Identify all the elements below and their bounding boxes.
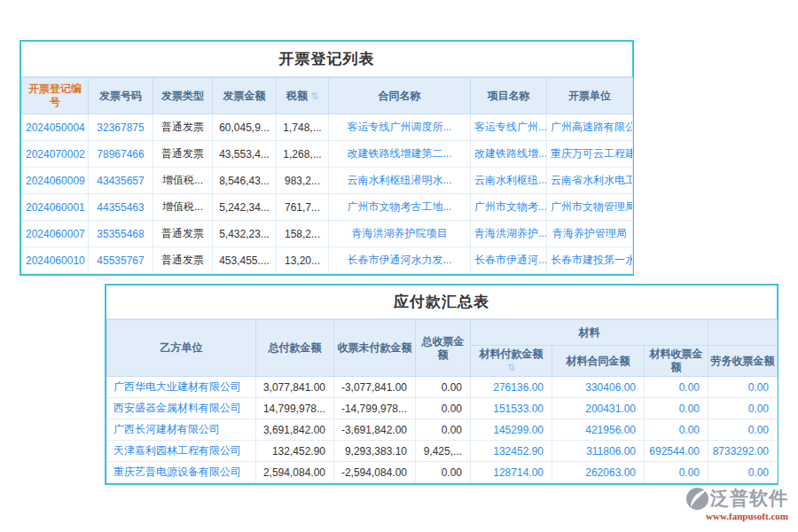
header-label: 乙方单位 xyxy=(160,341,203,354)
table-cell[interactable]: 青海洪湖养护... xyxy=(471,221,547,247)
table-cell[interactable]: 2024060007 xyxy=(22,221,89,247)
table-cell[interactable]: 311806.00 xyxy=(552,441,645,462)
table-cell[interactable]: 长春市伊通河... xyxy=(471,247,547,274)
table-row[interactable]: 202405000432367875普通发票60,045,9...1,748,.… xyxy=(22,114,633,141)
table-row[interactable]: 西安盛器金属材料有限公司14,799,978...-14,799,978...0… xyxy=(107,398,778,419)
table-cell[interactable]: 0.00 xyxy=(708,419,778,441)
table-cell[interactable]: 2024050004 xyxy=(22,114,89,141)
table-cell[interactable]: 改建铁路线增建第二... xyxy=(329,141,471,168)
header-tax-amount[interactable]: 税额⇅ xyxy=(277,78,329,114)
table-cell[interactable]: 广西华电大业建材有限公司 xyxy=(107,377,256,398)
table-row[interactable]: 202406000735355468普通发票5,432,23...158,2..… xyxy=(22,221,633,247)
table-cell[interactable]: 2024060009 xyxy=(22,168,89,194)
table-cell[interactable]: 0.00 xyxy=(645,398,708,419)
table-row[interactable]: 202406000943435657增值税...8,546,43...983,2… xyxy=(22,168,633,194)
table-cell: 761,7... xyxy=(277,194,329,221)
table-cell[interactable]: 长春市建投第一水利... xyxy=(547,247,633,274)
header-label: 项目名称 xyxy=(488,90,530,102)
table-cell[interactable]: 青海养护管理局 xyxy=(547,221,633,247)
table-cell[interactable]: 78967466 xyxy=(89,141,153,168)
table-cell[interactable]: 青海洪湖养护院项目 xyxy=(329,221,471,247)
table-cell[interactable]: 330406.00 xyxy=(552,377,645,398)
table-cell: 132,452.90 xyxy=(256,441,334,462)
payable-table-title: 应付款汇总表 xyxy=(106,286,777,319)
table-cell[interactable]: 0.00 xyxy=(645,419,708,441)
table-cell[interactable]: 广州市文物管理局 xyxy=(547,194,633,221)
table-cell[interactable]: 云南水利枢纽潜明水... xyxy=(329,168,471,194)
table-cell: 0.00 xyxy=(416,462,471,483)
table-cell[interactable]: 客运专线广州... xyxy=(471,114,547,141)
table-row[interactable]: 广西华电大业建材有限公司3,077,841.00-3,077,841.000.0… xyxy=(107,377,778,398)
table-cell: 453,455.... xyxy=(213,247,277,274)
table-cell[interactable]: 0.00 xyxy=(708,377,778,398)
table-cell[interactable]: 132452.90 xyxy=(471,441,552,462)
table-cell[interactable]: 西安盛器金属材料有限公司 xyxy=(107,398,256,419)
table-cell[interactable]: 2024070002 xyxy=(22,141,89,168)
header-label: 劳务收票金额 xyxy=(711,355,775,367)
table-cell[interactable]: 客运专线广州调度所... xyxy=(329,114,471,141)
table-cell[interactable]: 2024060001 xyxy=(22,194,89,221)
header-total-payment: 总付款金额 xyxy=(256,320,334,377)
header-label: 总付款金额 xyxy=(269,341,322,354)
header-label: 开票单位 xyxy=(568,90,611,102)
table-cell[interactable]: 0.00 xyxy=(645,462,708,483)
header-invoice-amount: 发票金额 xyxy=(213,78,277,114)
table-cell[interactable]: 45535767 xyxy=(89,247,153,274)
table-cell[interactable]: 145299.00 xyxy=(471,419,552,441)
table-cell[interactable]: 改建铁路线增... xyxy=(471,141,547,168)
invoice-registration-panel: 开票登记列表 开票登记编号 发票号码 发票类型 发票金额 税额⇅ 合同名称 项目… xyxy=(20,40,634,276)
table-row[interactable]: 广西长河建材有限公司3,691,842.00-3,691,842.000.001… xyxy=(107,419,778,441)
sort-icon[interactable]: ⇅ xyxy=(310,90,318,103)
sort-icon[interactable]: ⇅ xyxy=(473,362,550,374)
table-row[interactable]: 202406000144355463增值税...5,242,34...761,7… xyxy=(22,194,633,221)
table-cell[interactable]: 0.00 xyxy=(645,377,708,398)
table-cell[interactable]: 151533.00 xyxy=(471,398,552,419)
table-row[interactable]: 天津嘉利园林工程有限公司132,452.909,293,383.109,425,… xyxy=(107,441,778,462)
header-total-receipt: 总收票金额 xyxy=(416,320,471,377)
header-label: 材料收票金额 xyxy=(650,348,703,373)
table-cell[interactable]: 重庆艺普电源设备有限公司 xyxy=(107,462,256,483)
table-cell: 普通发票 xyxy=(153,247,213,274)
table-cell: 增值税... xyxy=(153,168,213,194)
table-cell[interactable]: 长春市伊通河水力发... xyxy=(329,247,471,274)
table-cell[interactable]: 重庆万可云工程建设... xyxy=(547,141,633,168)
header-label: 开票登记编号 xyxy=(28,82,82,108)
table-cell[interactable]: 云南省水利水电工程... xyxy=(547,168,633,194)
fanpu-logo-url: www.fanpusoft.com xyxy=(686,511,788,521)
table-cell: 9,425,... xyxy=(416,441,471,462)
table-cell[interactable]: 32367875 xyxy=(89,114,153,141)
table-cell[interactable]: 广州市文物考古工地... xyxy=(329,194,471,221)
table-cell[interactable]: 云南水利枢纽... xyxy=(471,168,547,194)
invoice-table-title: 开票登记列表 xyxy=(21,42,632,77)
table-cell[interactable]: 广州市文物考... xyxy=(471,194,547,221)
table-row[interactable]: 202407000278967466普通发票43,553,4...1,268,.… xyxy=(22,141,633,168)
table-cell[interactable]: 0.00 xyxy=(708,462,778,483)
header-material-receipt: 材料收票金额 xyxy=(645,346,708,377)
table-cell[interactable]: 广州高速路有限公司 xyxy=(547,114,633,141)
table-cell: 158,2... xyxy=(277,221,329,247)
table-cell[interactable]: 421956.00 xyxy=(552,419,645,441)
header-material-payment[interactable]: 材料付款金额 ⇅ xyxy=(471,346,552,377)
table-cell: 3,077,841.00 xyxy=(256,377,334,398)
table-cell[interactable]: 8733292.00 xyxy=(708,441,778,462)
table-cell[interactable]: 0.00 xyxy=(708,398,778,419)
table-cell[interactable]: 692544.00 xyxy=(645,441,708,462)
fanpu-logo: 泛普软件 www.fanpusoft.com xyxy=(686,486,788,521)
table-cell[interactable]: 200431.00 xyxy=(552,398,645,419)
table-cell[interactable]: 天津嘉利园林工程有限公司 xyxy=(107,441,256,462)
header-material-group: 材料 xyxy=(471,320,708,346)
header-issuing-unit: 开票单位 xyxy=(547,78,633,114)
table-cell[interactable]: 276136.00 xyxy=(471,377,552,398)
table-cell[interactable]: 128714.00 xyxy=(471,462,552,483)
table-cell[interactable]: 2024060010 xyxy=(22,247,89,274)
table-row[interactable]: 202406001045535767普通发票453,455....13,20..… xyxy=(22,247,633,274)
table-cell: 0.00 xyxy=(416,419,471,441)
table-cell[interactable]: 43435657 xyxy=(89,168,153,194)
table-row[interactable]: 重庆艺普电源设备有限公司2,594,084.00-2,594,084.000.0… xyxy=(107,462,778,483)
table-cell[interactable]: 44355463 xyxy=(89,194,153,221)
header-label: 材料合同金额 xyxy=(567,355,630,367)
table-cell[interactable]: 262063.00 xyxy=(552,462,645,483)
table-cell[interactable]: 广西长河建材有限公司 xyxy=(107,419,256,441)
table-cell[interactable]: 35355468 xyxy=(89,221,153,247)
invoice-header-row: 开票登记编号 发票号码 发票类型 发票金额 税额⇅ 合同名称 项目名称 开票单位 xyxy=(22,78,633,114)
